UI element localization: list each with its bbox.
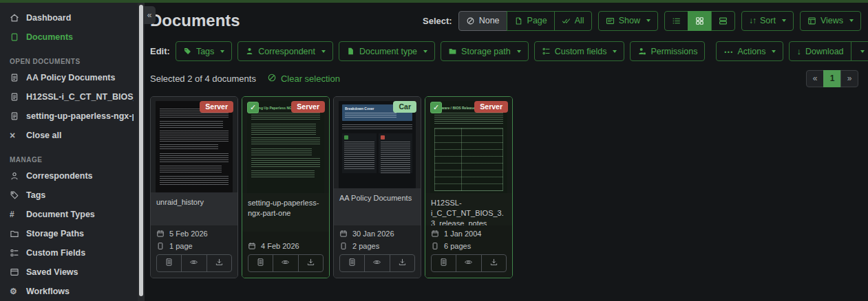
select-none-button[interactable]: None <box>458 11 507 31</box>
document-card-footer: 1 Jan 2004 6 pages <box>425 225 512 278</box>
download-document-button[interactable] <box>207 254 232 272</box>
preview-document-button[interactable] <box>181 254 207 272</box>
view-details-button[interactable] <box>711 11 735 31</box>
document-thumbnail[interactable]: Setting Up Paperless NGX (Part One) ✓ Se… <box>242 97 329 193</box>
sort-dropdown-button[interactable]: ↓↑ Sort <box>741 11 794 31</box>
edit-permissions-label: Permissions <box>650 47 697 56</box>
sidebar-item-label: Tags <box>26 190 45 200</box>
open-document-button[interactable] <box>156 254 182 272</box>
edit-document-type-button[interactable]: Document type <box>339 41 435 61</box>
show-dropdown-button[interactable]: Show <box>598 11 658 31</box>
sidebar-item-correspondents[interactable]: Correspondents <box>10 166 134 186</box>
download-options-button[interactable] <box>851 41 868 61</box>
preview-document-button[interactable] <box>364 254 390 272</box>
document-title[interactable]: H12SSL-i_C_CT_NT_BIOS_3.3_release_notes <box>425 193 512 225</box>
dropdown-caret-icon <box>782 19 786 22</box>
document-title[interactable]: unraid_history <box>151 192 237 225</box>
eye-icon <box>281 258 290 269</box>
edit-permissions-button[interactable]: Permissions <box>630 41 705 61</box>
date-text: 4 Feb 2026 <box>261 242 299 250</box>
folder-icon <box>10 229 19 238</box>
sidebar-item-tags[interactable]: Tags <box>10 186 134 205</box>
download-button[interactable]: ↓ Download <box>789 41 851 61</box>
tag-badge[interactable]: Server <box>200 101 233 113</box>
open-document-button[interactable] <box>431 254 456 272</box>
sidebar-open-doc-setting-up[interactable]: setting-up-paperless-ngx-part-one <box>10 107 134 126</box>
view-list-button[interactable] <box>664 11 688 31</box>
document-date: 30 Jan 2026 <box>339 230 415 238</box>
select-none-label: None <box>479 16 500 25</box>
dropdown-caret-icon <box>646 19 650 22</box>
download-document-button[interactable] <box>390 254 415 272</box>
list-icon <box>672 16 681 25</box>
sidebar-close-all[interactable]: × Close all <box>10 126 134 145</box>
edit-storage-path-button[interactable]: Storage path <box>441 41 529 61</box>
views-window-icon <box>807 16 816 25</box>
edit-custom-fields-button[interactable]: Custom fields <box>534 41 625 61</box>
preview-document-button[interactable] <box>273 254 298 272</box>
document-grid: Server unraid_history 5 Feb 2026 1 page <box>150 96 861 278</box>
check-all-icon <box>562 16 571 25</box>
select-button-group: None Page All <box>458 11 592 31</box>
pagination-prev-button[interactable]: « <box>806 70 824 87</box>
slash-circle-icon <box>267 73 277 85</box>
grid-icon <box>695 16 704 25</box>
tag-badge[interactable]: Car <box>393 101 416 113</box>
actions-dropdown-button[interactable]: ⋯ Actions <box>716 41 783 61</box>
view-grid-button[interactable] <box>688 11 712 31</box>
document-pages: 1 page <box>156 242 232 250</box>
person-icon <box>245 47 254 56</box>
window-icon <box>10 267 19 277</box>
sidebar-item-label: Workflows <box>26 287 70 296</box>
sidebar-item-dashboard[interactable]: Dashboard <box>10 8 134 27</box>
tag-badge[interactable]: Server <box>291 101 325 113</box>
sidebar-item-documents[interactable]: Documents <box>10 27 134 47</box>
dropdown-caret-icon <box>772 50 776 53</box>
download-document-button[interactable] <box>298 254 324 272</box>
open-document-button[interactable] <box>339 254 365 272</box>
document-card: Firmware / BIOS Release Notes Form ✓ Ser… <box>425 96 513 278</box>
select-page-button[interactable]: Page <box>507 11 555 31</box>
sidebar-item-saved-views[interactable]: Saved Views <box>10 263 134 282</box>
view-toggle-group <box>664 11 735 31</box>
main-content: « Documents Select: None Page <box>145 3 868 301</box>
gear-icon: ⚙ <box>10 287 19 296</box>
sort-arrows-icon: ↓↑ <box>749 16 756 25</box>
sidebar-open-doc-aa-policy[interactable]: AA Policy Documents <box>10 68 134 87</box>
sidebar-scrollbar-track <box>138 3 145 301</box>
preview-document-button[interactable] <box>456 254 481 272</box>
edit-correspondent-button[interactable]: Correspondent <box>237 41 333 61</box>
thumbnail-page: Firmware / BIOS Release Notes Form <box>430 101 507 193</box>
person-icon <box>10 171 19 181</box>
document-title[interactable]: AA Policy Documents <box>334 188 421 225</box>
date-text: 1 Jan 2004 <box>444 230 481 238</box>
sidebar-item-storage-paths[interactable]: Storage Paths <box>10 224 134 243</box>
document-thumbnail[interactable]: Firmware / BIOS Release Notes Form ✓ Ser… <box>425 97 512 193</box>
open-document-button[interactable] <box>248 254 273 272</box>
selected-checkbox[interactable]: ✓ <box>247 102 259 113</box>
sidebar-open-doc-h12ssl[interactable]: H12SSL-i_C_CT_NT_BIOS_3.3_rele... <box>10 87 134 107</box>
sidebar-item-document-types[interactable]: # Document Types <box>10 205 134 224</box>
document-thumbnail[interactable]: Server <box>151 97 237 192</box>
document-title[interactable]: setting-up-paperless-ngx-part-one <box>242 193 329 232</box>
card-actions <box>339 254 415 272</box>
sidebar-item-custom-fields[interactable]: Custom Fields <box>10 243 134 263</box>
document-thumbnail[interactable]: Breakdown Cover Car <box>334 97 421 188</box>
tag-badge[interactable]: Server <box>474 101 508 113</box>
pagination-next-button[interactable]: » <box>840 70 858 87</box>
header-row: Documents Select: None Page <box>150 10 861 32</box>
dropdown-caret-icon <box>849 19 854 22</box>
clear-selection-link[interactable]: Clear selection <box>267 73 340 85</box>
download-document-button[interactable] <box>481 254 507 272</box>
edit-tags-button[interactable]: Tags <box>176 41 232 61</box>
pages-text: 1 page <box>169 242 193 250</box>
views-dropdown-button[interactable]: Views <box>800 11 861 31</box>
sidebar-collapse-button[interactable]: « <box>143 6 156 24</box>
pagination-page-1[interactable]: 1 <box>823 70 841 87</box>
select-page-label: Page <box>527 16 547 25</box>
sidebar-scrollbar-thumb[interactable] <box>139 5 143 296</box>
selected-checkbox[interactable]: ✓ <box>430 102 442 113</box>
show-label: Show <box>619 16 640 25</box>
sidebar-item-workflows[interactable]: ⚙ Workflows <box>10 282 134 301</box>
select-all-button[interactable]: All <box>554 11 592 31</box>
